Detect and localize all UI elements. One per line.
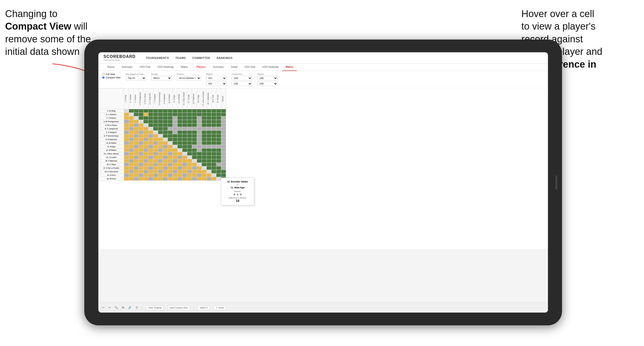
- matrix-cell[interactable]: [163, 166, 168, 170]
- matrix-cell[interactable]: [178, 152, 182, 156]
- matrix-cell[interactable]: [197, 141, 202, 145]
- matrix-cell[interactable]: [182, 159, 187, 163]
- matrix-cell[interactable]: [178, 149, 182, 152]
- matrix-cell[interactable]: [207, 116, 212, 120]
- tab-h2h-heatmap2[interactable]: H2H Heatmap: [259, 64, 282, 71]
- matrix-cell[interactable]: [134, 159, 139, 163]
- matrix-cell[interactable]: [148, 159, 153, 163]
- matrix-cell[interactable]: [207, 131, 212, 134]
- matrix-cell[interactable]: [153, 141, 158, 145]
- matrix-cell[interactable]: [221, 170, 226, 174]
- tab-h2h-heatmap1[interactable]: H2H Heatmap: [154, 64, 177, 71]
- matrix-cell[interactable]: [173, 166, 178, 170]
- matrix-cell[interactable]: [129, 141, 134, 145]
- matrix-cell[interactable]: [192, 113, 197, 116]
- matrix-cell[interactable]: [173, 113, 178, 116]
- matrix-cell[interactable]: [178, 109, 182, 113]
- matrix-cell[interactable]: [202, 131, 207, 134]
- matrix-cell[interactable]: [124, 170, 129, 174]
- matrix-cell[interactable]: [163, 174, 168, 177]
- matrix-cell[interactable]: [148, 123, 153, 127]
- matrix-cell[interactable]: [129, 131, 134, 134]
- matrix-cell[interactable]: [202, 123, 207, 127]
- matrix-cell[interactable]: [212, 113, 216, 116]
- matrix-cell[interactable]: [192, 159, 197, 163]
- matrix-cell[interactable]: [134, 174, 139, 177]
- gender-select[interactable]: Men's: [151, 76, 172, 80]
- matrix-cell[interactable]: [207, 138, 212, 141]
- matrix-cell[interactable]: [124, 145, 129, 149]
- matrix-cell[interactable]: [158, 138, 163, 141]
- matrix-cell[interactable]: [197, 138, 202, 141]
- matrix-cell[interactable]: [168, 138, 173, 141]
- matrix-cell[interactable]: [212, 177, 216, 181]
- matrix-cell[interactable]: [129, 174, 134, 177]
- matrix-cell[interactable]: [192, 141, 197, 145]
- matrix-cell[interactable]: [207, 177, 212, 181]
- matrix-cell[interactable]: [202, 174, 207, 177]
- matrix-cell[interactable]: [207, 109, 212, 113]
- matrix-cell[interactable]: [178, 170, 182, 174]
- matrix-cell[interactable]: [158, 127, 163, 131]
- matrix-cell[interactable]: [192, 116, 197, 120]
- matrix-cell[interactable]: [163, 123, 168, 127]
- matrix-cell[interactable]: [148, 138, 153, 141]
- tab-teams[interactable]: Teams: [103, 64, 118, 71]
- max-players-select[interactable]: Top 25: [126, 76, 146, 80]
- matrix-cell[interactable]: [163, 131, 168, 134]
- matrix-cell[interactable]: [178, 177, 182, 181]
- matrix-cell[interactable]: [212, 131, 216, 134]
- matrix-cell[interactable]: [144, 159, 148, 163]
- matrix-cell[interactable]: [173, 131, 178, 134]
- matrix-cell[interactable]: [134, 156, 139, 159]
- matrix-cell[interactable]: [153, 120, 158, 123]
- matrix-cell[interactable]: [124, 134, 129, 138]
- matrix-cell[interactable]: [168, 109, 173, 113]
- matrix-cell[interactable]: [144, 177, 148, 181]
- matrix-cell[interactable]: [221, 156, 226, 159]
- matrix-cell[interactable]: [182, 127, 187, 131]
- tab-h2h-grid1[interactable]: H2H Grid: [136, 64, 154, 71]
- matrix-cell[interactable]: [178, 141, 182, 145]
- matrix-cell[interactable]: [134, 134, 139, 138]
- matrix-cell[interactable]: [134, 116, 139, 120]
- matrix-cell[interactable]: [182, 177, 187, 181]
- matrix-cell[interactable]: [129, 149, 134, 152]
- matrix-cell[interactable]: [173, 163, 178, 166]
- watch-button[interactable]: Watch ▾: [198, 305, 210, 310]
- matrix-cell[interactable]: [187, 138, 192, 141]
- matrix-cell[interactable]: [134, 152, 139, 156]
- matrix-cell[interactable]: [207, 174, 212, 177]
- matrix-cell[interactable]: [221, 163, 226, 166]
- matrix-cell[interactable]: [163, 134, 168, 138]
- matrix-cell[interactable]: [182, 131, 187, 134]
- matrix-cell[interactable]: [129, 138, 134, 141]
- matrix-cell[interactable]: [221, 149, 226, 152]
- matrix-cell[interactable]: [148, 177, 153, 181]
- conference-select1[interactable]: (All): [232, 76, 252, 80]
- matrix-cell[interactable]: [124, 120, 129, 123]
- tab-matrix1[interactable]: Matrix: [177, 64, 191, 71]
- matrix-cell[interactable]: [187, 134, 192, 138]
- matrix-cell[interactable]: [163, 109, 168, 113]
- matrix-cell[interactable]: [202, 166, 207, 170]
- matrix-cell[interactable]: [168, 177, 173, 181]
- matrix-cell[interactable]: [124, 109, 129, 113]
- matrix-cell[interactable]: [144, 120, 148, 123]
- matrix-cell[interactable]: [187, 170, 192, 174]
- matrix-cell[interactable]: [178, 166, 182, 170]
- matrix-cell[interactable]: [139, 152, 144, 156]
- matrix-cell[interactable]: [134, 170, 139, 174]
- matrix-cell[interactable]: [216, 109, 221, 113]
- matrix-cell[interactable]: [144, 166, 148, 170]
- matrix-cell[interactable]: [134, 166, 139, 170]
- matrix-cell[interactable]: [192, 120, 197, 123]
- full-view-label[interactable]: Full View: [102, 73, 121, 76]
- matrix-cell[interactable]: [216, 156, 221, 159]
- matrix-cell[interactable]: [158, 149, 163, 152]
- matrix-cell[interactable]: [221, 131, 226, 134]
- matrix-cell[interactable]: [168, 131, 173, 134]
- matrix-cell[interactable]: [153, 174, 158, 177]
- matrix-cell[interactable]: [168, 116, 173, 120]
- matrix-cell[interactable]: [221, 138, 226, 141]
